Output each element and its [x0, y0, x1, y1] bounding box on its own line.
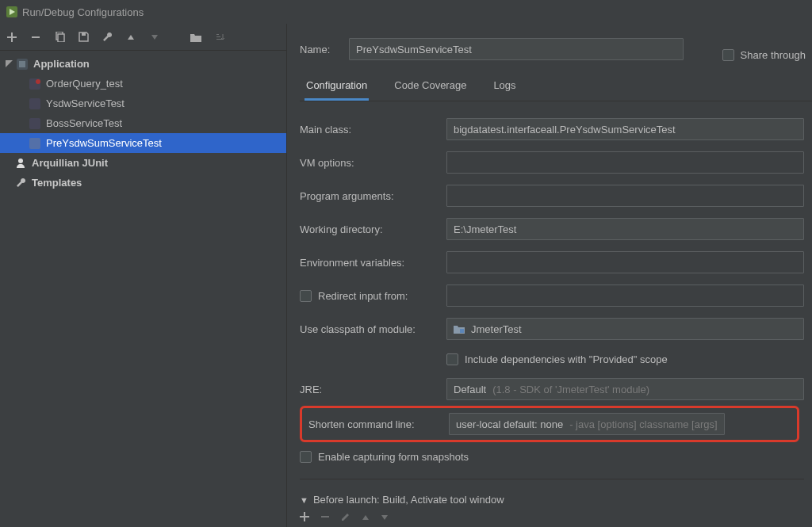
- svg-rect-3: [58, 34, 64, 42]
- tree-item-orderquery[interactable]: OrderQuery_test: [0, 74, 286, 94]
- run-debug-icon: [6, 6, 17, 17]
- config-tree: Application OrderQuery_test YsdwServiceT…: [0, 51, 286, 193]
- classpath-label: Use classpath of module:: [300, 323, 446, 335]
- bl-edit-icon[interactable]: [341, 512, 350, 527]
- move-up-icon[interactable]: [124, 30, 138, 44]
- tree-node-templates[interactable]: Templates: [0, 173, 286, 193]
- right-panel: Name: Share through Configuration Code C…: [287, 24, 812, 527]
- sort-icon[interactable]: [213, 30, 227, 44]
- templates-icon: [14, 177, 27, 189]
- application-icon: [16, 58, 29, 71]
- svg-rect-4: [82, 32, 86, 36]
- arquillian-icon: [14, 157, 27, 170]
- provided-label: Include dependencies with "Provided" sco…: [465, 353, 668, 365]
- folder-icon[interactable]: [189, 30, 203, 44]
- shorten-select[interactable]: user-local default: none - java [options…: [449, 413, 725, 435]
- main-class-input[interactable]: [446, 118, 804, 140]
- redirect-label: Redirect input from:: [318, 290, 408, 302]
- tree-item-label: PreYsdwSumServiceTest: [46, 137, 162, 149]
- svg-point-15: [18, 158, 23, 163]
- tree-item-boss[interactable]: BossServiceTest: [0, 113, 286, 133]
- vm-options-input[interactable]: [446, 151, 804, 174]
- svg-marker-7: [6, 60, 13, 67]
- tree-node-application[interactable]: Application: [0, 54, 286, 74]
- shorten-value: user-local default: none: [456, 418, 563, 430]
- env-input[interactable]: [446, 251, 804, 273]
- move-down-icon[interactable]: [147, 30, 162, 44]
- workdir-label: Working directory:: [300, 223, 446, 235]
- svg-marker-17: [362, 515, 369, 520]
- share-label: Share through: [741, 49, 806, 61]
- run-config-icon: [29, 78, 41, 90]
- bl-remove-icon[interactable]: [320, 512, 330, 527]
- before-launch-section: ▼ Before launch: Build, Activate tool wi…: [300, 494, 804, 527]
- env-label: Environment variables:: [300, 257, 446, 269]
- tree-node-arquillian[interactable]: Arquillian JUnit: [0, 153, 286, 173]
- bl-up-icon[interactable]: [362, 512, 370, 527]
- shorten-hint: - java [options] classname [args]: [569, 418, 717, 430]
- config-tabs: Configuration Code Coverage Logs: [300, 71, 812, 101]
- bl-down-icon[interactable]: [381, 512, 389, 527]
- chevron-down-icon: ▼: [300, 495, 308, 505]
- main-class-label: Main class:: [300, 124, 446, 136]
- before-launch-header[interactable]: ▼ Before launch: Build, Activate tool wi…: [300, 494, 804, 506]
- shorten-row-highlight: Shorten command line: user-local default…: [300, 406, 799, 442]
- bl-add-icon[interactable]: [300, 512, 309, 527]
- snapshots-checkbox[interactable]: [300, 451, 312, 463]
- name-input[interactable]: [349, 38, 684, 60]
- svg-marker-18: [381, 515, 388, 520]
- redirect-checkbox[interactable]: [300, 290, 312, 302]
- save-config-icon[interactable]: [76, 30, 90, 44]
- add-config-icon[interactable]: [5, 30, 19, 44]
- classpath-select[interactable]: JmeterTest: [446, 318, 804, 340]
- run-config-icon: [29, 97, 41, 110]
- config-form: Main class: VM options: Program argument…: [300, 101, 812, 527]
- svg-marker-6: [151, 35, 158, 40]
- left-panel: Application OrderQuery_test YsdwServiceT…: [0, 24, 287, 527]
- tree-label: Arquillian JUnit: [32, 157, 108, 169]
- tab-coverage[interactable]: Code Coverage: [393, 71, 468, 101]
- tree-item-ysdw[interactable]: YsdwServiceTest: [0, 94, 286, 113]
- run-config-icon: [29, 137, 41, 150]
- tree-item-label: OrderQuery_test: [46, 78, 123, 90]
- tab-configuration[interactable]: Configuration: [304, 71, 369, 101]
- svg-point-11: [36, 79, 40, 84]
- left-toolbar: [0, 24, 286, 51]
- redirect-input[interactable]: [446, 285, 804, 307]
- expand-icon: [3, 59, 14, 70]
- tree-item-preysdw[interactable]: PreYsdwSumServiceTest: [0, 133, 286, 153]
- before-launch-toolbar: [300, 512, 804, 527]
- shorten-label: Shorten command line:: [308, 418, 449, 430]
- svg-rect-13: [29, 118, 40, 129]
- vm-options-label: VM options:: [300, 157, 446, 169]
- share-row[interactable]: Share through: [722, 49, 806, 61]
- share-checkbox[interactable]: [722, 49, 734, 61]
- tab-logs[interactable]: Logs: [492, 71, 517, 101]
- program-args-input[interactable]: [446, 185, 804, 207]
- jre-select[interactable]: Default (1.8 - SDK of 'JmeterTest' modul…: [446, 378, 804, 400]
- svg-rect-14: [29, 138, 40, 149]
- copy-config-icon[interactable]: [52, 30, 67, 44]
- run-config-icon: [29, 117, 41, 130]
- name-label: Name:: [300, 44, 339, 55]
- jre-label: JRE:: [300, 384, 446, 395]
- wrench-icon[interactable]: [100, 30, 114, 44]
- module-icon: [454, 324, 465, 334]
- before-launch-title: Before launch: Build, Activate tool wind…: [313, 494, 504, 506]
- remove-config-icon[interactable]: [29, 30, 43, 44]
- svg-rect-12: [29, 98, 40, 109]
- workdir-input[interactable]: [446, 218, 804, 240]
- tree-label: Templates: [32, 177, 82, 189]
- program-args-label: Program arguments:: [300, 190, 446, 202]
- tree-label: Application: [33, 58, 90, 70]
- svg-rect-16: [460, 329, 464, 333]
- provided-checkbox[interactable]: [446, 353, 458, 365]
- jre-hint: (1.8 - SDK of 'JmeterTest' module): [492, 384, 649, 395]
- tree-item-label: BossServiceTest: [46, 117, 122, 129]
- svg-rect-9: [19, 61, 25, 67]
- jre-value: Default: [454, 384, 486, 395]
- classpath-value: JmeterTest: [471, 323, 522, 335]
- dialog-header: Run/Debug Configurations: [0, 0, 812, 24]
- svg-marker-5: [128, 35, 134, 40]
- snapshots-label: Enable capturing form snapshots: [318, 451, 469, 463]
